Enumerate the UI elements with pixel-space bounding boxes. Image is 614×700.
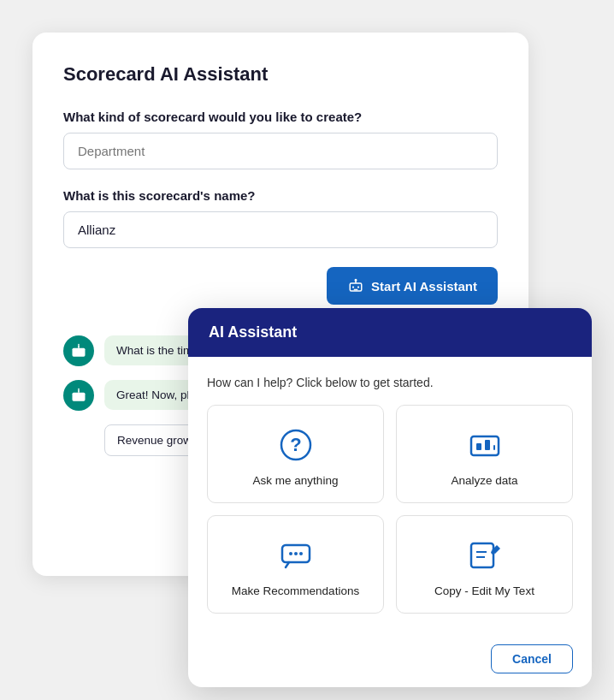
svg-point-2 (352, 286, 354, 288)
question-icon: ? (279, 428, 313, 462)
svg-rect-15 (476, 443, 481, 450)
make-recommendations-label: Make Recommendations (232, 584, 359, 597)
cancel-button[interactable]: Cancel (491, 644, 573, 673)
svg-point-1 (355, 280, 357, 282)
edit-icon (468, 538, 502, 572)
scorecard-title: Scorecard AI Assistant (63, 63, 498, 86)
question2-label: What is this scorecard's name? (63, 188, 498, 203)
department-input[interactable] (63, 133, 498, 169)
ask-anything-option[interactable]: ? Ask me anything (207, 405, 384, 503)
svg-point-11 (80, 395, 83, 398)
svg-point-7 (80, 351, 83, 353)
ai-avatar-2 (63, 380, 94, 411)
svg-text:?: ? (290, 434, 301, 455)
ai-modal-footer: Cancel (188, 644, 592, 687)
start-ai-assistant-button[interactable]: Start AI Assistant (327, 267, 498, 305)
chat-dots-icon (279, 538, 313, 572)
svg-point-10 (74, 395, 77, 398)
copy-edit-text-label: Copy - Edit My Text (434, 584, 534, 597)
svg-point-6 (74, 351, 77, 353)
svg-point-9 (78, 389, 80, 390)
ask-anything-label: Ask me anything (253, 474, 339, 487)
question1-label: What kind of scorecard would you like to… (63, 110, 498, 124)
ai-modal-subtitle: How can I help? Click below to get start… (207, 376, 573, 389)
svg-point-20 (294, 552, 298, 555)
make-recommendations-option[interactable]: Make Recommendations (207, 515, 384, 614)
svg-point-3 (357, 286, 359, 288)
ai-avatar-1 (63, 335, 94, 366)
svg-rect-22 (471, 543, 493, 567)
ai-assistant-modal: AI Assistant How can I help? Click below… (188, 308, 592, 687)
ai-modal-header: AI Assistant (188, 308, 592, 357)
ai-modal-body: How can I help? Click below to get start… (188, 357, 592, 644)
robot-icon (347, 277, 364, 294)
ai-modal-title: AI Assistant (209, 323, 571, 341)
scorecard-name-input[interactable] (63, 211, 498, 248)
svg-rect-4 (73, 348, 86, 357)
chart-icon (468, 428, 502, 462)
svg-rect-16 (485, 440, 490, 450)
svg-rect-17 (493, 445, 495, 450)
copy-edit-text-option[interactable]: Copy - Edit My Text (396, 515, 573, 614)
analyze-data-label: Analyze data (451, 474, 517, 487)
analyze-data-option[interactable]: Analyze data (396, 405, 573, 503)
svg-point-19 (289, 552, 292, 555)
start-btn-label: Start AI Assistant (371, 279, 477, 294)
svg-point-21 (299, 552, 303, 555)
svg-rect-8 (73, 393, 86, 401)
svg-point-5 (78, 344, 80, 346)
ai-options-grid: ? Ask me anything Analyze data (207, 405, 573, 614)
